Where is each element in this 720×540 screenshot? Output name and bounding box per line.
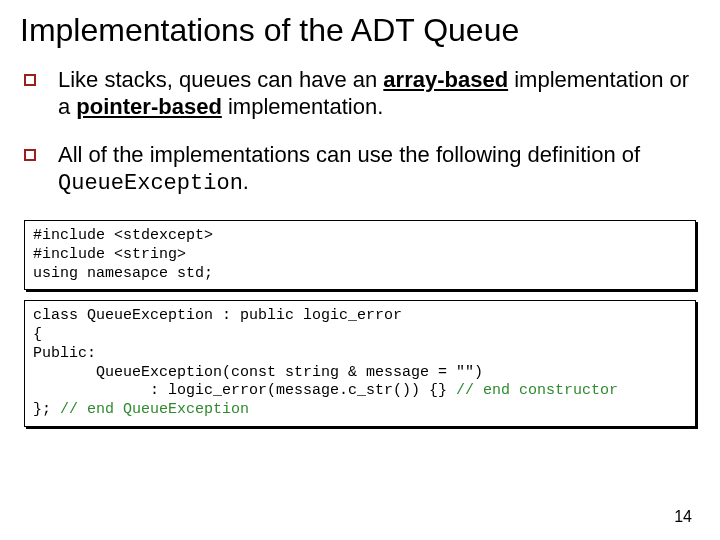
code-line: : logic_error(message.c_str()) {}	[33, 382, 456, 399]
text-fragment: Like stacks, queues can have an	[58, 67, 383, 92]
bullet-text-2: All of the implementations can use the f…	[58, 142, 696, 198]
code-line: #include <string>	[33, 246, 186, 263]
bullet-list: Like stacks, queues can have an array-ba…	[20, 67, 700, 198]
code-block-includes: #include <stdexcept> #include <string> u…	[24, 220, 696, 290]
bullet-icon	[24, 149, 36, 161]
code-comment: // end constructor	[456, 382, 618, 399]
code-line: };	[33, 401, 60, 418]
code-comment: // end QueueException	[60, 401, 249, 418]
slide-title: Implementations of the ADT Queue	[20, 12, 700, 49]
slide-number: 14	[674, 508, 692, 526]
text-fragment: All of the implementations can use the f…	[58, 142, 640, 167]
slide: Implementations of the ADT Queue Like st…	[0, 0, 720, 540]
list-item: Like stacks, queues can have an array-ba…	[24, 67, 696, 121]
code-line: #include <stdexcept>	[33, 227, 213, 244]
code-line: Public:	[33, 345, 96, 362]
code-line: using namesapce std;	[33, 265, 213, 282]
code-line: {	[33, 326, 42, 343]
code-block-class: class QueueException : public logic_erro…	[24, 300, 696, 427]
bullet-text-1: Like stacks, queues can have an array-ba…	[58, 67, 696, 121]
code-line: QueueException(const string & message = …	[33, 364, 483, 381]
bullet-icon	[24, 74, 36, 86]
emphasis-array-based: array-based	[383, 67, 508, 92]
code-line: class QueueException : public logic_erro…	[33, 307, 402, 324]
code-inline: QueueException	[58, 171, 243, 196]
emphasis-pointer-based: pointer-based	[76, 94, 221, 119]
text-fragment: implementation.	[222, 94, 383, 119]
list-item: All of the implementations can use the f…	[24, 142, 696, 198]
text-fragment: .	[243, 169, 249, 194]
